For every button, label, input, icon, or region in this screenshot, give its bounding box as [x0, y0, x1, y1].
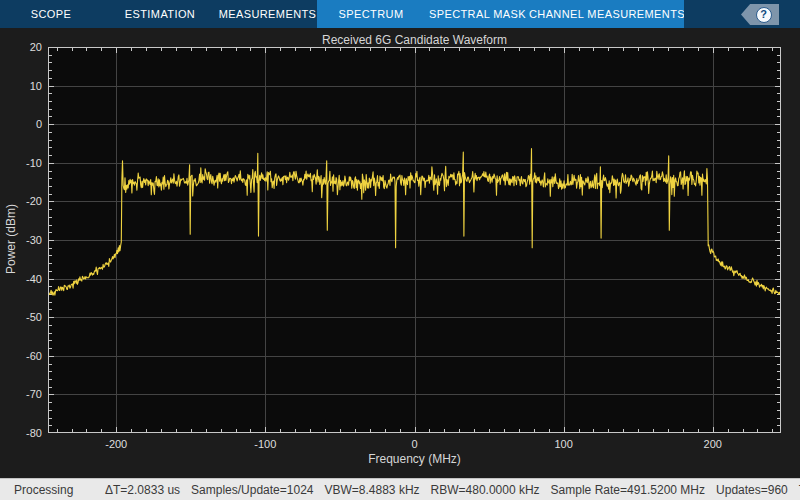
status-field: Updates=960 [716, 483, 788, 497]
tab-scope[interactable]: SCOPE [0, 0, 102, 28]
tab-estimation[interactable]: ESTIMATION [102, 0, 218, 28]
tab-channel-measurements[interactable]: CHANNEL MEASUREMENTS [530, 0, 684, 28]
toolstrip-tabbar: SCOPEESTIMATIONMEASUREMENTSSPECTRUMSPECT… [0, 0, 800, 28]
figure-area: Received 6G Candidate Waveform Frequency… [0, 28, 800, 478]
y-tick-label: -20 [4, 195, 42, 207]
x-tick-label: 0 [390, 438, 440, 450]
status-field: RBW=480.0000 kHz [431, 483, 540, 497]
y-tick-label: -40 [4, 273, 42, 285]
x-axis-label: Frequency (MHz) [48, 452, 781, 466]
spectrum-analyzer-window: SCOPEESTIMATIONMEASUREMENTSSPECTRUMSPECT… [0, 0, 800, 500]
x-tick-label: 200 [688, 438, 738, 450]
y-tick-label: -50 [4, 311, 42, 323]
y-tick-label: -30 [4, 234, 42, 246]
y-tick-label: -60 [4, 350, 42, 362]
y-tick-label: -80 [4, 427, 42, 439]
status-field: Samples/Update=1024 [191, 483, 313, 497]
tab-measurements[interactable]: MEASUREMENTS [218, 0, 317, 28]
status-field: VBW=8.4883 kHz [325, 483, 420, 497]
tab-spectral-mask[interactable]: SPECTRAL MASK [425, 0, 530, 28]
status-field: ΔT=2.0833 us [105, 483, 180, 497]
status-fields: ΔT=2.0833 usSamples/Update=1024VBW=8.488… [105, 483, 800, 497]
spectrum-plot [48, 47, 781, 433]
y-tick-label: 10 [4, 80, 42, 92]
tab-spectrum[interactable]: SPECTRUM [317, 0, 425, 28]
status-field: Sample Rate=491.5200 MHz [551, 483, 705, 497]
help-icon: ? [756, 7, 772, 23]
x-tick-label: 100 [539, 438, 589, 450]
x-tick-label: -100 [240, 438, 290, 450]
y-tick-label: 20 [4, 41, 42, 53]
x-tick-label: -200 [91, 438, 141, 450]
status-bar: Processing ΔT=2.0833 usSamples/Update=10… [0, 478, 800, 500]
status-state: Processing [14, 483, 105, 497]
y-tick-label: -10 [4, 157, 42, 169]
y-tick-label: 0 [4, 118, 42, 130]
y-tick-label: -70 [4, 388, 42, 400]
plot-title: Received 6G Candidate Waveform [48, 33, 781, 47]
plot-canvas[interactable] [48, 47, 781, 433]
